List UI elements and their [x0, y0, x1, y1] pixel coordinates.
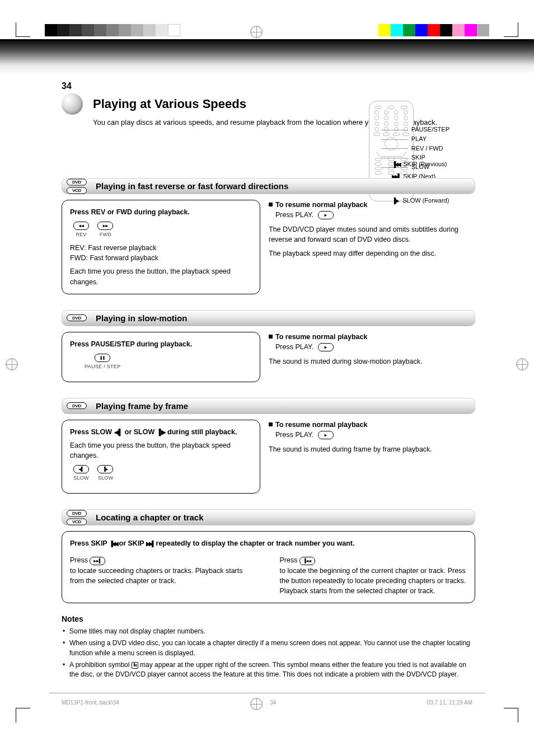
instruction-box-frame: Press SLOW ◀▌ or SLOW ▐▶ during still pl… — [62, 420, 260, 494]
grayscale-swatches — [45, 24, 180, 36]
remote-label-pause: PAUSE/STEP — [411, 126, 449, 134]
note-item: Some titles may not display chapter numb… — [62, 627, 475, 636]
section-header-locate: DVD VCD Locating a chapter or track — [62, 509, 475, 525]
section-title: Playing in fast reverse or fast forward … — [96, 181, 288, 191]
crop-mark-bottom-right — [504, 708, 518, 722]
crop-mark-top-left — [16, 22, 30, 37]
header-gradient-band — [0, 39, 534, 74]
instruction-box-locate: Press SKIP or SKIP repeatedly to display… — [62, 531, 475, 603]
play-button-icon: ▶ — [318, 343, 334, 351]
section-header-fast: DVD VCD Playing in fast reverse or fast … — [62, 178, 475, 194]
page-title: Playing at Various Speeds — [93, 97, 246, 111]
note-item: When using a DVD video disc, you can loc… — [62, 638, 475, 658]
section-title: Locating a chapter or track — [96, 513, 204, 522]
note-item: A prohibition symbol may appear at the u… — [62, 660, 475, 680]
right-notes-frame: To resume normal playback Press PLAY. ▶ … — [269, 420, 475, 454]
section-title: Playing frame by frame — [96, 401, 188, 411]
section-title: Playing in slow-motion — [96, 313, 187, 323]
remote-label-revfwd: REV / FWD — [411, 145, 449, 153]
disc-badge-dvd: DVD — [67, 179, 87, 185]
crop-mark-top-right — [504, 22, 518, 37]
right-notes-fast: To resume normal playback Press PLAY. ▶ … — [269, 200, 475, 259]
fwd-button-icon: ▶▶ — [97, 222, 113, 230]
notes-heading: Notes — [62, 614, 475, 623]
right-notes-slowmo: To resume normal playback Press PLAY. ▶ … — [269, 332, 475, 367]
registration-target-top — [250, 26, 263, 38]
skip-previous-icon — [392, 159, 400, 170]
skip-next-button-icon: ▶▶▌ — [90, 557, 105, 565]
footer-rule — [49, 693, 485, 693]
color-swatches — [378, 24, 489, 36]
prohibition-hand-icon — [132, 662, 138, 669]
slow-fwd-button-icon: ▐▶ — [97, 465, 113, 473]
page-number: 34 — [62, 81, 475, 91]
skip-prev-button-icon: ▐◀◀ — [299, 557, 315, 565]
registration-target-left — [6, 358, 18, 370]
disc-badge-dvd: DVD — [67, 510, 87, 516]
instruction-box-slowmo: Press PAUSE/STEP during playback. ❚❚ PAU… — [62, 332, 260, 382]
page-body: 34 Playing at Various Speeds You can pla… — [62, 81, 475, 728]
disc-badge-vcd: VCD — [67, 187, 87, 194]
page-subtitle: You can play discs at various speeds, an… — [93, 118, 475, 126]
disc-badge-dvd: DVD — [67, 314, 87, 321]
pause-button-icon: ❚❚ — [95, 354, 110, 362]
play-button-icon: ▶ — [318, 431, 334, 439]
remote-label-play: PLAY — [411, 135, 449, 143]
section-header-frame: DVD Playing frame by frame — [62, 398, 475, 414]
registration-target-right — [516, 358, 528, 370]
disc-badge-dvd: DVD — [67, 402, 87, 409]
bullet-sphere-icon — [62, 93, 83, 115]
section-header-slowmo: DVD Playing in slow-motion — [62, 310, 475, 326]
instruction-box-fast: Press REV or FWD during playback. ◀◀ REV… — [62, 200, 260, 294]
slow-rev-button-icon: ◀▌ — [73, 465, 89, 473]
registration-target-bottom — [250, 698, 263, 710]
rev-button-icon: ◀◀ — [73, 222, 89, 230]
disc-badge-vcd: VCD — [67, 518, 87, 525]
notes-list: Some titles may not display chapter numb… — [62, 627, 475, 680]
play-button-icon: ▶ — [318, 211, 334, 219]
crop-mark-bottom-left — [16, 708, 30, 722]
footer-text: MD13P1-front, back\34 34 03.7.11, 11:29 … — [62, 699, 472, 706]
